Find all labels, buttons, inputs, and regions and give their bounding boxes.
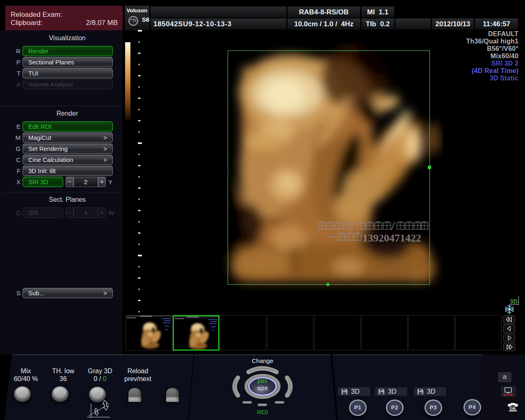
svg-text:13920471422: 13920471422 [363, 232, 421, 244]
svg-text:GE: GE [510, 406, 516, 411]
svg-text:size: size [257, 384, 268, 391]
svg-text:pos: pos [258, 377, 267, 384]
